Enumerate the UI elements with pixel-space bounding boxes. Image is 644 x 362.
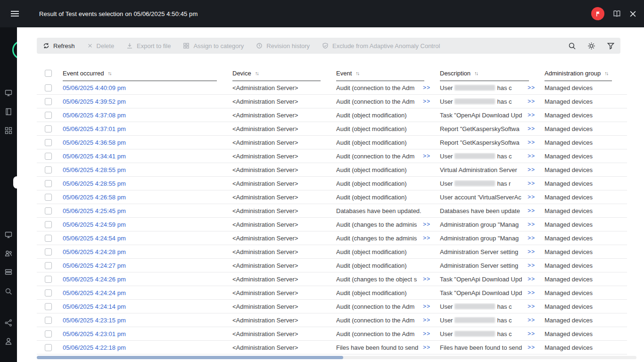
column-header-description[interactable]: Description↑↓ (437, 65, 541, 81)
event-time-link[interactable]: 05/06/2025 4:24:26 pm (63, 276, 126, 283)
row-checkbox[interactable] (45, 289, 52, 296)
menu-icon[interactable] (11, 11, 19, 16)
column-header-event[interactable]: Event↑↓ (333, 65, 437, 81)
description-more-link[interactable]: >> (524, 235, 541, 241)
row-checkbox[interactable] (45, 153, 52, 160)
horizontal-scrollbar-thumb[interactable] (37, 356, 343, 359)
row-checkbox[interactable] (45, 221, 52, 228)
row-checkbox[interactable] (45, 166, 52, 173)
filter-icon[interactable] (607, 42, 615, 50)
row-checkbox[interactable] (45, 276, 52, 283)
event-time-link[interactable]: 05/06/2025 4:25:45 pm (63, 207, 126, 214)
row-checkbox[interactable] (45, 330, 52, 337)
event-time-link[interactable]: 05/06/2025 4:23:15 pm (63, 317, 126, 324)
event-time-link[interactable]: 05/06/2025 4:24:14 pm (63, 303, 126, 310)
description-more-link[interactable]: >> (524, 344, 541, 351)
row-checkbox[interactable] (45, 303, 52, 310)
event-time-link[interactable]: 05/06/2025 4:24:24 pm (63, 289, 126, 296)
event-time-link[interactable]: 05/06/2025 4:24:54 pm (63, 235, 126, 242)
monitoring-icon[interactable] (4, 89, 13, 97)
event-time-link[interactable]: 05/06/2025 4:22:18 pm (63, 344, 126, 351)
settings-gear-icon[interactable] (587, 42, 595, 50)
row-checkbox[interactable] (45, 112, 52, 119)
row-checkbox[interactable] (45, 235, 52, 242)
refresh-button[interactable]: Refresh (43, 42, 75, 49)
row-checkbox[interactable] (45, 98, 52, 105)
description-more-link[interactable]: >> (524, 330, 541, 337)
event-more-link[interactable]: >> (419, 235, 437, 241)
event-time-link[interactable]: 05/06/2025 4:28:55 pm (63, 166, 126, 173)
event-time-link[interactable]: 05/06/2025 4:36:58 pm (63, 139, 126, 146)
description-more-link[interactable]: >> (524, 194, 541, 200)
description-more-link[interactable]: >> (524, 98, 541, 105)
description-more-link[interactable]: >> (524, 248, 541, 255)
description-more-link[interactable]: >> (524, 125, 541, 132)
export-to-file-button[interactable]: Export to file (126, 42, 171, 49)
event-more-link[interactable]: >> (419, 221, 437, 228)
event-time-link[interactable]: 05/06/2025 4:39:52 pm (63, 98, 126, 105)
apps-grid-icon[interactable] (4, 126, 13, 135)
event-time-link[interactable]: 05/06/2025 4:26:58 pm (63, 194, 126, 201)
assign-to-category-button[interactable]: Assign to category (183, 42, 244, 49)
description-more-link[interactable]: >> (524, 139, 541, 146)
delete-button[interactable]: Delete (87, 42, 115, 49)
topology-icon[interactable] (4, 319, 13, 327)
event-time-link[interactable]: 05/06/2025 4:34:41 pm (63, 153, 126, 160)
row-checkbox[interactable] (45, 139, 52, 146)
description-more-link[interactable]: >> (524, 84, 541, 91)
brand-badge[interactable] (591, 7, 604, 20)
column-header-administration-group[interactable]: Administration group↑↓ (541, 65, 627, 81)
event-more-link[interactable]: >> (419, 303, 437, 310)
row-checkbox[interactable] (45, 125, 52, 132)
event-more-link[interactable]: >> (419, 84, 437, 91)
close-icon[interactable] (629, 10, 636, 17)
search-nav-icon[interactable] (4, 287, 13, 296)
event-time-link[interactable]: 05/06/2025 4:37:08 pm (63, 112, 126, 119)
row-checkbox[interactable] (45, 262, 52, 269)
event-more-link[interactable]: >> (419, 317, 437, 323)
event-time-link[interactable]: 05/06/2025 4:28:55 pm (63, 180, 126, 187)
row-checkbox[interactable] (45, 180, 52, 187)
description-more-link[interactable]: >> (524, 153, 541, 159)
description-more-link[interactable]: >> (524, 221, 541, 228)
description-more-link[interactable]: >> (524, 317, 541, 323)
revision-history-button[interactable]: Revision history (256, 42, 310, 49)
description-more-link[interactable]: >> (524, 207, 541, 214)
servers-icon[interactable] (4, 268, 13, 277)
users-icon[interactable] (4, 249, 13, 258)
event-more-link[interactable]: >> (419, 98, 437, 105)
row-checkbox[interactable] (45, 344, 52, 351)
event-more-link[interactable]: >> (419, 330, 437, 337)
event-time-link[interactable]: 05/06/2025 4:23:01 pm (63, 330, 126, 337)
event-time-link[interactable]: 05/06/2025 4:40:09 pm (63, 84, 126, 91)
event-time-link[interactable]: 05/06/2025 4:37:01 pm (63, 125, 126, 132)
event-time-link[interactable]: 05/06/2025 4:24:28 pm (63, 248, 126, 255)
event-more-link[interactable]: >> (419, 153, 437, 159)
event-more-link[interactable]: >> (419, 344, 437, 351)
description-more-link[interactable]: >> (524, 289, 541, 296)
horizontal-scrollbar-track[interactable] (37, 356, 636, 359)
search-icon[interactable] (568, 42, 576, 50)
event-time-link[interactable]: 05/06/2025 4:24:27 pm (63, 262, 126, 269)
column-header-device[interactable]: Device↑↓ (229, 65, 333, 81)
description-more-link[interactable]: >> (524, 112, 541, 118)
reports-icon[interactable] (4, 107, 13, 116)
column-header-event-occurred[interactable]: Event occurred↑↓ (59, 65, 229, 81)
account-icon[interactable] (4, 337, 13, 346)
event-time-link[interactable]: 05/06/2025 4:24:59 pm (63, 221, 126, 228)
row-checkbox[interactable] (45, 248, 52, 255)
event-more-link[interactable]: >> (419, 276, 437, 282)
row-checkbox[interactable] (45, 84, 52, 91)
description-more-link[interactable]: >> (524, 276, 541, 282)
select-all-checkbox[interactable] (45, 70, 52, 77)
help-book-icon[interactable] (612, 9, 621, 18)
description-more-link[interactable]: >> (524, 166, 541, 173)
devices-icon[interactable] (4, 230, 13, 239)
row-checkbox[interactable] (45, 207, 52, 214)
description-more-link[interactable]: >> (524, 303, 541, 310)
description-more-link[interactable]: >> (524, 180, 541, 187)
description-more-link[interactable]: >> (524, 262, 541, 269)
row-checkbox[interactable] (45, 317, 52, 324)
row-checkbox[interactable] (45, 194, 52, 201)
exclude-aac-button[interactable]: Exclude from Adaptive Anomaly Control (322, 42, 440, 49)
